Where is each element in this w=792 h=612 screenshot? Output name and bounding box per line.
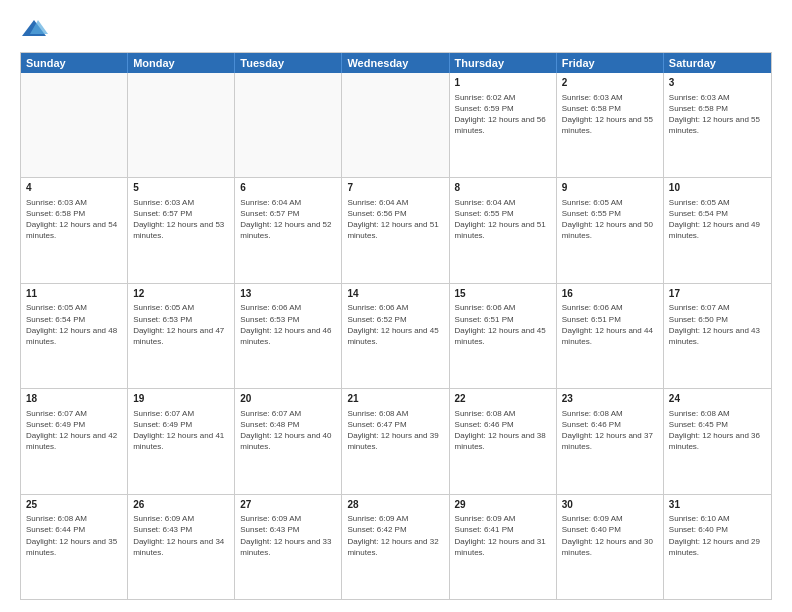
cal-cell-7: 7Sunrise: 6:04 AMSunset: 6:56 PMDaylight…: [342, 178, 449, 282]
cell-info: Sunrise: 6:09 AMSunset: 6:43 PMDaylight:…: [133, 513, 229, 558]
cal-row-5: 25Sunrise: 6:08 AMSunset: 6:44 PMDayligh…: [21, 495, 771, 599]
day-number: 1: [455, 76, 551, 90]
cell-info: Sunrise: 6:09 AMSunset: 6:40 PMDaylight:…: [562, 513, 658, 558]
cal-row-3: 11Sunrise: 6:05 AMSunset: 6:54 PMDayligh…: [21, 284, 771, 389]
cell-info: Sunrise: 6:04 AMSunset: 6:56 PMDaylight:…: [347, 197, 443, 242]
day-number: 4: [26, 181, 122, 195]
cal-cell-empty-1: [128, 73, 235, 177]
cal-cell-11: 11Sunrise: 6:05 AMSunset: 6:54 PMDayligh…: [21, 284, 128, 388]
cell-info: Sunrise: 6:05 AMSunset: 6:55 PMDaylight:…: [562, 197, 658, 242]
cal-cell-4: 4Sunrise: 6:03 AMSunset: 6:58 PMDaylight…: [21, 178, 128, 282]
cell-info: Sunrise: 6:06 AMSunset: 6:52 PMDaylight:…: [347, 302, 443, 347]
day-number: 23: [562, 392, 658, 406]
cell-info: Sunrise: 6:10 AMSunset: 6:40 PMDaylight:…: [669, 513, 766, 558]
cal-cell-empty-0: [21, 73, 128, 177]
logo-icon: [20, 16, 48, 44]
cell-info: Sunrise: 6:07 AMSunset: 6:50 PMDaylight:…: [669, 302, 766, 347]
cell-info: Sunrise: 6:03 AMSunset: 6:57 PMDaylight:…: [133, 197, 229, 242]
cal-cell-15: 15Sunrise: 6:06 AMSunset: 6:51 PMDayligh…: [450, 284, 557, 388]
cell-info: Sunrise: 6:03 AMSunset: 6:58 PMDaylight:…: [26, 197, 122, 242]
cal-header-thursday: Thursday: [450, 53, 557, 73]
cal-cell-19: 19Sunrise: 6:07 AMSunset: 6:49 PMDayligh…: [128, 389, 235, 493]
cell-info: Sunrise: 6:08 AMSunset: 6:45 PMDaylight:…: [669, 408, 766, 453]
cal-cell-3: 3Sunrise: 6:03 AMSunset: 6:58 PMDaylight…: [664, 73, 771, 177]
cal-cell-empty-2: [235, 73, 342, 177]
cell-info: Sunrise: 6:02 AMSunset: 6:59 PMDaylight:…: [455, 92, 551, 137]
day-number: 11: [26, 287, 122, 301]
day-number: 13: [240, 287, 336, 301]
cal-cell-10: 10Sunrise: 6:05 AMSunset: 6:54 PMDayligh…: [664, 178, 771, 282]
day-number: 25: [26, 498, 122, 512]
calendar-header-row: SundayMondayTuesdayWednesdayThursdayFrid…: [21, 53, 771, 73]
day-number: 9: [562, 181, 658, 195]
day-number: 8: [455, 181, 551, 195]
cell-info: Sunrise: 6:03 AMSunset: 6:58 PMDaylight:…: [669, 92, 766, 137]
cell-info: Sunrise: 6:08 AMSunset: 6:46 PMDaylight:…: [455, 408, 551, 453]
cal-cell-31: 31Sunrise: 6:10 AMSunset: 6:40 PMDayligh…: [664, 495, 771, 599]
cell-info: Sunrise: 6:09 AMSunset: 6:41 PMDaylight:…: [455, 513, 551, 558]
cal-cell-28: 28Sunrise: 6:09 AMSunset: 6:42 PMDayligh…: [342, 495, 449, 599]
cell-info: Sunrise: 6:09 AMSunset: 6:42 PMDaylight:…: [347, 513, 443, 558]
cal-cell-6: 6Sunrise: 6:04 AMSunset: 6:57 PMDaylight…: [235, 178, 342, 282]
calendar-body: 1Sunrise: 6:02 AMSunset: 6:59 PMDaylight…: [21, 73, 771, 599]
cell-info: Sunrise: 6:05 AMSunset: 6:53 PMDaylight:…: [133, 302, 229, 347]
cal-header-saturday: Saturday: [664, 53, 771, 73]
logo: [20, 16, 52, 44]
cell-info: Sunrise: 6:03 AMSunset: 6:58 PMDaylight:…: [562, 92, 658, 137]
cell-info: Sunrise: 6:08 AMSunset: 6:46 PMDaylight:…: [562, 408, 658, 453]
day-number: 27: [240, 498, 336, 512]
cal-cell-24: 24Sunrise: 6:08 AMSunset: 6:45 PMDayligh…: [664, 389, 771, 493]
day-number: 15: [455, 287, 551, 301]
cell-info: Sunrise: 6:04 AMSunset: 6:55 PMDaylight:…: [455, 197, 551, 242]
cell-info: Sunrise: 6:08 AMSunset: 6:47 PMDaylight:…: [347, 408, 443, 453]
cell-info: Sunrise: 6:09 AMSunset: 6:43 PMDaylight:…: [240, 513, 336, 558]
cal-header-wednesday: Wednesday: [342, 53, 449, 73]
day-number: 12: [133, 287, 229, 301]
cell-info: Sunrise: 6:05 AMSunset: 6:54 PMDaylight:…: [669, 197, 766, 242]
cal-cell-26: 26Sunrise: 6:09 AMSunset: 6:43 PMDayligh…: [128, 495, 235, 599]
cal-header-monday: Monday: [128, 53, 235, 73]
day-number: 5: [133, 181, 229, 195]
calendar: SundayMondayTuesdayWednesdayThursdayFrid…: [20, 52, 772, 600]
cell-info: Sunrise: 6:06 AMSunset: 6:51 PMDaylight:…: [455, 302, 551, 347]
day-number: 20: [240, 392, 336, 406]
day-number: 2: [562, 76, 658, 90]
day-number: 16: [562, 287, 658, 301]
day-number: 18: [26, 392, 122, 406]
cal-cell-21: 21Sunrise: 6:08 AMSunset: 6:47 PMDayligh…: [342, 389, 449, 493]
cal-header-sunday: Sunday: [21, 53, 128, 73]
cell-info: Sunrise: 6:08 AMSunset: 6:44 PMDaylight:…: [26, 513, 122, 558]
day-number: 21: [347, 392, 443, 406]
cal-cell-23: 23Sunrise: 6:08 AMSunset: 6:46 PMDayligh…: [557, 389, 664, 493]
page: SundayMondayTuesdayWednesdayThursdayFrid…: [0, 0, 792, 612]
cal-cell-13: 13Sunrise: 6:06 AMSunset: 6:53 PMDayligh…: [235, 284, 342, 388]
day-number: 10: [669, 181, 766, 195]
cal-row-1: 1Sunrise: 6:02 AMSunset: 6:59 PMDaylight…: [21, 73, 771, 178]
cal-cell-8: 8Sunrise: 6:04 AMSunset: 6:55 PMDaylight…: [450, 178, 557, 282]
cal-cell-5: 5Sunrise: 6:03 AMSunset: 6:57 PMDaylight…: [128, 178, 235, 282]
cell-info: Sunrise: 6:07 AMSunset: 6:49 PMDaylight:…: [26, 408, 122, 453]
day-number: 24: [669, 392, 766, 406]
cell-info: Sunrise: 6:05 AMSunset: 6:54 PMDaylight:…: [26, 302, 122, 347]
day-number: 31: [669, 498, 766, 512]
header: [20, 16, 772, 44]
cell-info: Sunrise: 6:04 AMSunset: 6:57 PMDaylight:…: [240, 197, 336, 242]
cal-cell-2: 2Sunrise: 6:03 AMSunset: 6:58 PMDaylight…: [557, 73, 664, 177]
day-number: 22: [455, 392, 551, 406]
cell-info: Sunrise: 6:07 AMSunset: 6:49 PMDaylight:…: [133, 408, 229, 453]
cell-info: Sunrise: 6:06 AMSunset: 6:53 PMDaylight:…: [240, 302, 336, 347]
day-number: 7: [347, 181, 443, 195]
cell-info: Sunrise: 6:07 AMSunset: 6:48 PMDaylight:…: [240, 408, 336, 453]
cal-cell-14: 14Sunrise: 6:06 AMSunset: 6:52 PMDayligh…: [342, 284, 449, 388]
cell-info: Sunrise: 6:06 AMSunset: 6:51 PMDaylight:…: [562, 302, 658, 347]
cal-cell-9: 9Sunrise: 6:05 AMSunset: 6:55 PMDaylight…: [557, 178, 664, 282]
cal-cell-1: 1Sunrise: 6:02 AMSunset: 6:59 PMDaylight…: [450, 73, 557, 177]
cal-cell-30: 30Sunrise: 6:09 AMSunset: 6:40 PMDayligh…: [557, 495, 664, 599]
day-number: 29: [455, 498, 551, 512]
cal-cell-17: 17Sunrise: 6:07 AMSunset: 6:50 PMDayligh…: [664, 284, 771, 388]
day-number: 26: [133, 498, 229, 512]
cal-cell-29: 29Sunrise: 6:09 AMSunset: 6:41 PMDayligh…: [450, 495, 557, 599]
cal-row-4: 18Sunrise: 6:07 AMSunset: 6:49 PMDayligh…: [21, 389, 771, 494]
day-number: 19: [133, 392, 229, 406]
cal-cell-12: 12Sunrise: 6:05 AMSunset: 6:53 PMDayligh…: [128, 284, 235, 388]
